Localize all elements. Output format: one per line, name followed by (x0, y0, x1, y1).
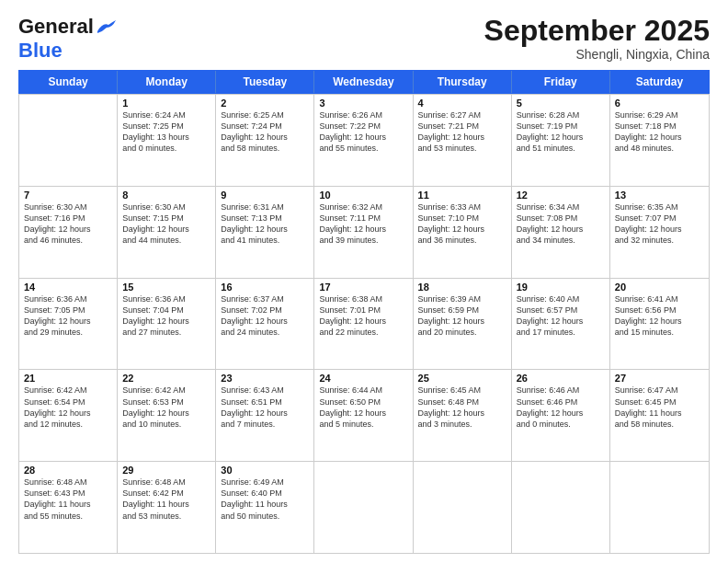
calendar-body: 1Sunrise: 6:24 AMSunset: 7:25 PMDaylight… (18, 94, 710, 554)
day-number: 15 (122, 282, 210, 293)
header-day-tuesday: Tuesday (216, 71, 314, 93)
calendar-cell: 26Sunrise: 6:46 AMSunset: 6:46 PMDayligh… (512, 370, 610, 461)
cell-info: Sunrise: 6:34 AMSunset: 7:08 PMDaylight:… (517, 201, 605, 247)
calendar-cell: 12Sunrise: 6:34 AMSunset: 7:08 PMDayligh… (512, 187, 610, 278)
calendar-cell: 6Sunrise: 6:29 AMSunset: 7:18 PMDaylight… (610, 95, 709, 186)
day-number: 10 (319, 190, 407, 201)
page: General Blue September 2025 Shengli, Nin… (0, 0, 728, 563)
cell-info: Sunrise: 6:49 AMSunset: 6:40 PMDaylight:… (221, 477, 309, 522)
header-day-sunday: Sunday (19, 71, 118, 93)
day-number: 19 (517, 282, 605, 293)
calendar-cell: 5Sunrise: 6:28 AMSunset: 7:19 PMDaylight… (512, 95, 610, 186)
day-number: 11 (418, 190, 506, 201)
header-day-saturday: Saturday (610, 71, 709, 93)
cell-info: Sunrise: 6:27 AMSunset: 7:21 PMDaylight:… (418, 109, 506, 155)
calendar-cell: 30Sunrise: 6:49 AMSunset: 6:40 PMDayligh… (216, 462, 314, 553)
cell-info: Sunrise: 6:45 AMSunset: 6:48 PMDaylight:… (418, 385, 506, 430)
calendar-title: September 2025 (484, 15, 710, 47)
day-number: 27 (615, 373, 704, 384)
day-number: 1 (122, 98, 210, 109)
calendar-cell: 10Sunrise: 6:32 AMSunset: 7:11 PMDayligh… (314, 187, 413, 278)
calendar-cell: 25Sunrise: 6:45 AMSunset: 6:48 PMDayligh… (414, 370, 512, 461)
cell-info: Sunrise: 6:39 AMSunset: 6:59 PMDaylight:… (418, 293, 506, 339)
logo: General Blue (18, 15, 116, 63)
day-number: 20 (615, 282, 704, 293)
calendar-cell (314, 462, 413, 553)
day-number: 7 (24, 190, 112, 201)
header-day-monday: Monday (118, 71, 216, 93)
calendar-cell (414, 462, 512, 553)
cell-info: Sunrise: 6:42 AMSunset: 6:54 PMDaylight:… (24, 385, 112, 430)
calendar-cell: 1Sunrise: 6:24 AMSunset: 7:25 PMDaylight… (118, 95, 216, 186)
calendar: SundayMondayTuesdayWednesdayThursdayFrid… (18, 70, 710, 554)
day-number: 8 (122, 190, 210, 201)
calendar-cell: 27Sunrise: 6:47 AMSunset: 6:45 PMDayligh… (610, 370, 709, 461)
cell-info: Sunrise: 6:36 AMSunset: 7:04 PMDaylight:… (122, 293, 210, 339)
cell-info: Sunrise: 6:25 AMSunset: 7:24 PMDaylight:… (221, 109, 309, 155)
calendar-row-5: 28Sunrise: 6:48 AMSunset: 6:43 PMDayligh… (19, 461, 709, 553)
calendar-cell: 15Sunrise: 6:36 AMSunset: 7:04 PMDayligh… (118, 279, 216, 370)
day-number: 2 (221, 98, 309, 109)
cell-info: Sunrise: 6:35 AMSunset: 7:07 PMDaylight:… (615, 201, 704, 247)
calendar-cell: 9Sunrise: 6:31 AMSunset: 7:13 PMDaylight… (216, 187, 314, 278)
cell-info: Sunrise: 6:48 AMSunset: 6:42 PMDaylight:… (122, 477, 210, 522)
day-number: 21 (24, 373, 112, 384)
cell-info: Sunrise: 6:47 AMSunset: 6:45 PMDaylight:… (615, 385, 704, 430)
calendar-cell: 14Sunrise: 6:36 AMSunset: 7:05 PMDayligh… (19, 279, 118, 370)
calendar-cell: 19Sunrise: 6:40 AMSunset: 6:57 PMDayligh… (512, 279, 610, 370)
calendar-cell: 24Sunrise: 6:44 AMSunset: 6:50 PMDayligh… (314, 370, 413, 461)
logo-bird-icon (96, 20, 116, 35)
day-number: 23 (221, 373, 309, 384)
cell-info: Sunrise: 6:32 AMSunset: 7:11 PMDaylight:… (319, 201, 407, 247)
header-day-wednesday: Wednesday (314, 71, 413, 93)
cell-info: Sunrise: 6:33 AMSunset: 7:10 PMDaylight:… (418, 201, 506, 247)
calendar-cell: 28Sunrise: 6:48 AMSunset: 6:43 PMDayligh… (19, 462, 118, 553)
calendar-cell: 7Sunrise: 6:30 AMSunset: 7:16 PMDaylight… (19, 187, 118, 278)
day-number: 17 (319, 282, 407, 293)
calendar-cell (610, 462, 709, 553)
cell-info: Sunrise: 6:36 AMSunset: 7:05 PMDaylight:… (24, 293, 112, 339)
calendar-header: SundayMondayTuesdayWednesdayThursdayFrid… (18, 70, 710, 94)
day-number: 5 (517, 98, 605, 109)
cell-info: Sunrise: 6:30 AMSunset: 7:16 PMDaylight:… (24, 201, 112, 247)
day-number: 13 (615, 190, 704, 201)
calendar-cell: 16Sunrise: 6:37 AMSunset: 7:02 PMDayligh… (216, 279, 314, 370)
calendar-cell: 21Sunrise: 6:42 AMSunset: 6:54 PMDayligh… (19, 370, 118, 461)
day-number: 28 (24, 465, 112, 476)
cell-info: Sunrise: 6:28 AMSunset: 7:19 PMDaylight:… (517, 109, 605, 155)
logo-blue-text: Blue (18, 39, 63, 62)
cell-info: Sunrise: 6:40 AMSunset: 6:57 PMDaylight:… (517, 293, 605, 339)
cell-info: Sunrise: 6:41 AMSunset: 6:56 PMDaylight:… (615, 293, 704, 339)
day-number: 29 (122, 465, 210, 476)
cell-info: Sunrise: 6:30 AMSunset: 7:15 PMDaylight:… (122, 201, 210, 247)
calendar-row-1: 1Sunrise: 6:24 AMSunset: 7:25 PMDaylight… (19, 94, 709, 186)
calendar-row-3: 14Sunrise: 6:36 AMSunset: 7:05 PMDayligh… (19, 278, 709, 370)
day-number: 25 (418, 373, 506, 384)
title-block: September 2025 Shengli, Ningxia, China (484, 15, 710, 62)
calendar-cell: 23Sunrise: 6:43 AMSunset: 6:51 PMDayligh… (216, 370, 314, 461)
day-number: 26 (517, 373, 605, 384)
cell-info: Sunrise: 6:42 AMSunset: 6:53 PMDaylight:… (122, 385, 210, 430)
calendar-row-4: 21Sunrise: 6:42 AMSunset: 6:54 PMDayligh… (19, 369, 709, 461)
day-number: 30 (221, 465, 309, 476)
calendar-cell: 11Sunrise: 6:33 AMSunset: 7:10 PMDayligh… (414, 187, 512, 278)
day-number: 9 (221, 190, 309, 201)
header-day-friday: Friday (512, 71, 610, 93)
calendar-cell (19, 95, 118, 186)
cell-info: Sunrise: 6:38 AMSunset: 7:01 PMDaylight:… (319, 293, 407, 339)
day-number: 14 (24, 282, 112, 293)
cell-info: Sunrise: 6:31 AMSunset: 7:13 PMDaylight:… (221, 201, 309, 247)
calendar-cell: 4Sunrise: 6:27 AMSunset: 7:21 PMDaylight… (414, 95, 512, 186)
calendar-row-2: 7Sunrise: 6:30 AMSunset: 7:16 PMDaylight… (19, 186, 709, 278)
header: General Blue September 2025 Shengli, Nin… (18, 15, 710, 63)
calendar-cell: 17Sunrise: 6:38 AMSunset: 7:01 PMDayligh… (314, 279, 413, 370)
calendar-cell: 13Sunrise: 6:35 AMSunset: 7:07 PMDayligh… (610, 187, 709, 278)
day-number: 24 (319, 373, 407, 384)
cell-info: Sunrise: 6:24 AMSunset: 7:25 PMDaylight:… (122, 109, 210, 155)
day-number: 16 (221, 282, 309, 293)
cell-info: Sunrise: 6:44 AMSunset: 6:50 PMDaylight:… (319, 385, 407, 430)
cell-info: Sunrise: 6:48 AMSunset: 6:43 PMDaylight:… (24, 477, 112, 522)
day-number: 4 (418, 98, 506, 109)
logo-general: General (18, 15, 94, 38)
day-number: 12 (517, 190, 605, 201)
